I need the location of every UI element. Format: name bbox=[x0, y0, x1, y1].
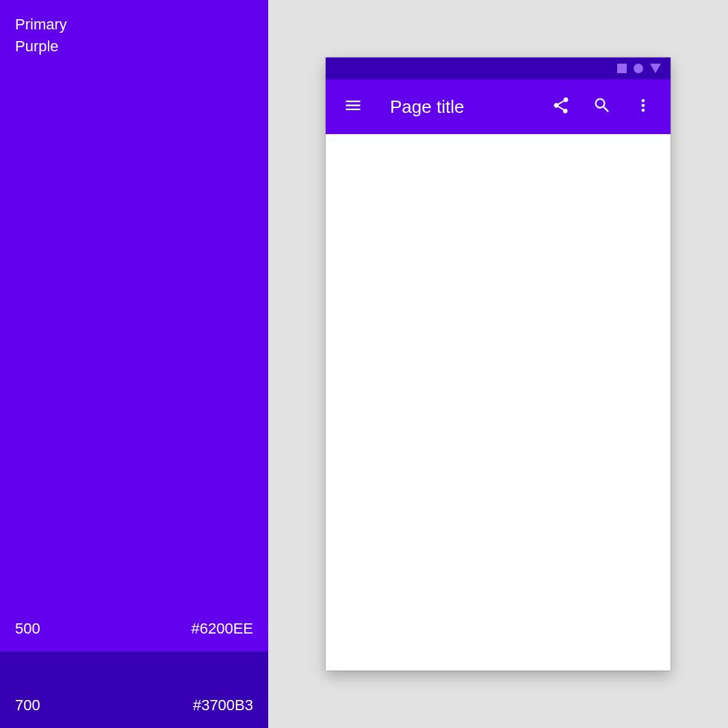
app-bar: Page title bbox=[326, 79, 671, 134]
swatch-hex: #6200EE bbox=[191, 620, 253, 638]
overflow-menu-button[interactable] bbox=[629, 93, 657, 120]
swatch-tone: 500 bbox=[15, 620, 40, 638]
share-button[interactable] bbox=[547, 93, 575, 120]
status-circle-icon bbox=[634, 64, 643, 73]
swatch-tone: 700 bbox=[15, 697, 40, 714]
color-name-label: Purple bbox=[15, 36, 253, 57]
swatch-primary-700: 700 #3700B3 bbox=[0, 651, 268, 728]
menu-button[interactable] bbox=[339, 93, 367, 120]
swatch-row-500: 500 #6200EE bbox=[15, 620, 253, 638]
more-vert-icon bbox=[634, 96, 653, 118]
primary-label: Primary bbox=[15, 14, 253, 36]
page-title: Page title bbox=[390, 96, 464, 118]
swatch-hex: #3700B3 bbox=[193, 697, 253, 714]
share-icon bbox=[551, 96, 571, 118]
preview-area: Page title bbox=[268, 0, 728, 728]
color-swatch-panel: Primary Purple 500 #6200EE 700 #3700B3 bbox=[0, 0, 268, 728]
swatch-row-700: 700 #3700B3 bbox=[15, 697, 253, 714]
search-icon bbox=[593, 96, 612, 118]
status-triangle-icon bbox=[650, 64, 661, 73]
device-body bbox=[326, 134, 671, 671]
status-square-icon bbox=[617, 64, 627, 73]
status-bar bbox=[326, 57, 671, 79]
device-frame: Page title bbox=[326, 57, 671, 671]
search-button[interactable] bbox=[588, 93, 616, 120]
swatch-primary-500: Primary Purple 500 #6200EE bbox=[0, 0, 268, 651]
hamburger-icon bbox=[343, 96, 363, 118]
